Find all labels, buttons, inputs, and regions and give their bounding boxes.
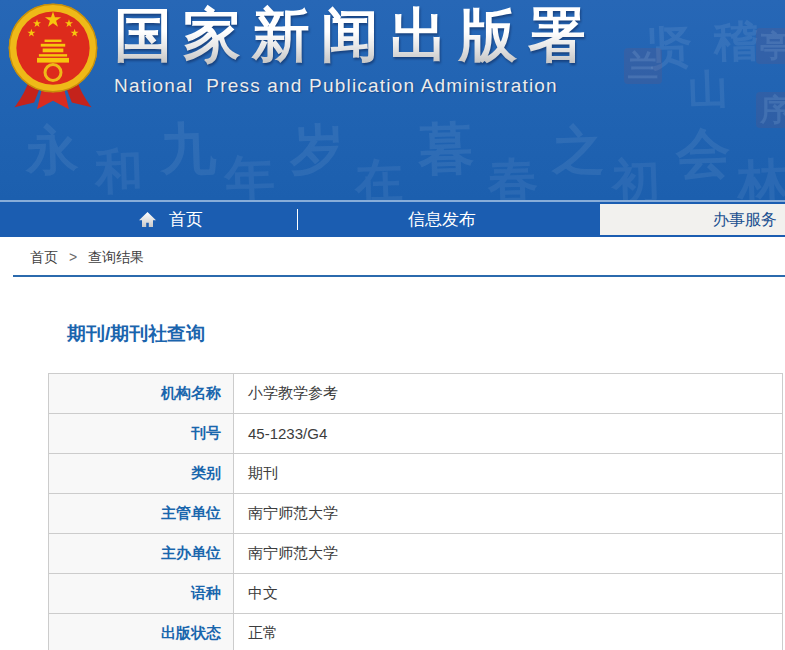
nav-item-label: 首页 <box>169 202 203 237</box>
watermark-seal: 兰 <box>624 48 662 84</box>
breadcrumb-current: 查询结果 <box>88 249 144 265</box>
result-table: 机构名称 小学教学参考 刊号 45-1233/G4 类别 期刊 主管单位 南宁师… <box>48 373 783 650</box>
watermark-seal: 序 <box>756 92 785 128</box>
watermark-character: 和 <box>94 139 144 200</box>
row-label: 机构名称 <box>49 374 234 414</box>
row-value: 45-1233/G4 <box>234 414 783 454</box>
watermark-character: 之 <box>551 115 605 187</box>
watermark-character: 林 <box>737 149 785 200</box>
row-label: 语种 <box>49 574 234 614</box>
main-nav: 首页 信息发布 办事服务 <box>0 200 785 237</box>
nav-item-label: 信息发布 <box>408 202 476 237</box>
site-subtitle: National Press and Publication Administr… <box>114 75 597 97</box>
nav-divider <box>297 209 298 230</box>
watermark-character: 山 <box>687 61 729 117</box>
table-row: 语种 中文 <box>49 574 783 614</box>
row-value: 正常 <box>234 614 783 650</box>
table-row: 主管单位 南宁师范大学 <box>49 494 783 534</box>
row-label: 主管单位 <box>49 494 234 534</box>
watermark-character: 永 <box>25 115 79 187</box>
table-row: 类别 期刊 <box>49 454 783 494</box>
watermark-character: 贤 <box>647 17 693 77</box>
row-value: 中文 <box>234 574 783 614</box>
table-row: 机构名称 小学教学参考 <box>49 374 783 414</box>
watermark-character: 稽 <box>713 11 759 71</box>
watermark-character: 春 <box>487 147 539 200</box>
home-icon <box>138 211 157 228</box>
page-title: 期刊/期刊社查询 <box>67 321 785 347</box>
section-divider <box>13 275 785 277</box>
row-value: 小学教学参考 <box>234 374 783 414</box>
watermark-character: 会 <box>675 117 732 192</box>
row-value: 南宁师范大学 <box>234 494 783 534</box>
breadcrumb-separator: > <box>69 249 77 265</box>
watermark-seal: 亭 <box>756 28 785 64</box>
watermark-character: 暮 <box>417 111 476 189</box>
row-label: 出版状态 <box>49 614 234 650</box>
row-label: 主办单位 <box>49 534 234 574</box>
breadcrumb: 首页 > 查询结果 <box>0 237 785 269</box>
watermark-character: 初 <box>611 149 661 200</box>
site-title: 国家新闻出版署 <box>114 0 597 70</box>
watermark-character: 岁 <box>289 113 346 188</box>
query-result-section: 期刊/期刊社查询 机构名称 小学教学参考 刊号 45-1233/G4 类别 期刊… <box>0 321 785 650</box>
row-value: 南宁师范大学 <box>234 534 783 574</box>
table-row: 刊号 45-1233/G4 <box>49 414 783 454</box>
nav-item-info[interactable]: 信息发布 <box>408 202 476 237</box>
table-row: 出版状态 正常 <box>49 614 783 650</box>
nav-item-services-tab[interactable]: 办事服务 <box>600 204 785 235</box>
row-value: 期刊 <box>234 454 783 494</box>
watermark-character: 九 <box>159 111 218 189</box>
nav-item-label: 办事服务 <box>713 211 777 228</box>
watermark-character: 在 <box>354 149 404 200</box>
watermark-character: 年 <box>224 145 276 200</box>
nav-item-home[interactable]: 首页 <box>138 202 203 237</box>
breadcrumb-home[interactable]: 首页 <box>30 249 58 265</box>
table-row: 主办单位 南宁师范大学 <box>49 534 783 574</box>
site-header: 永和九年岁在暮春之初会林贤稽山兰亭序 国家新闻出版署 National Pres… <box>0 0 785 200</box>
national-emblem-icon <box>6 1 100 112</box>
row-label: 刊号 <box>49 414 234 454</box>
row-label: 类别 <box>49 454 234 494</box>
